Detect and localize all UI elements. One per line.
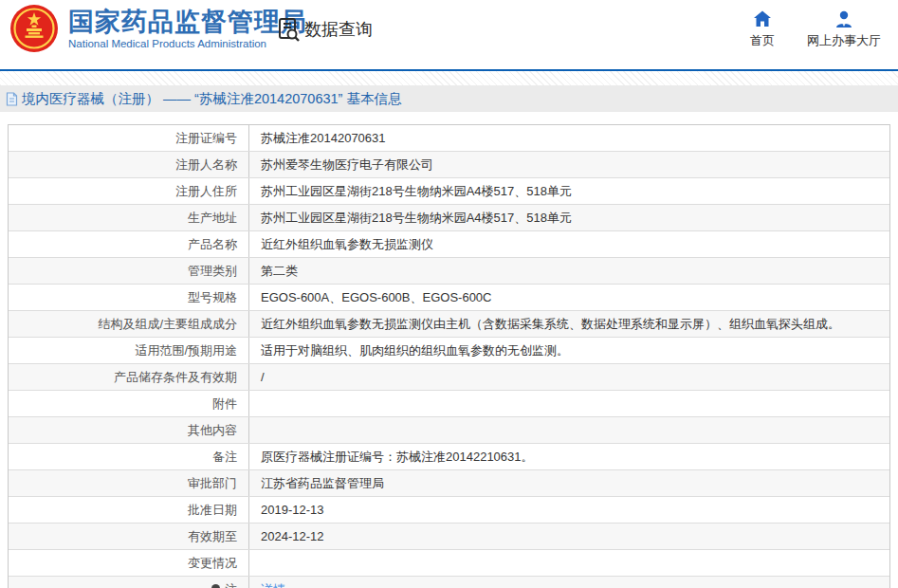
table-row: 管理类别第二类: [9, 258, 889, 285]
site-header: 国家药品监督管理局 National Medical Products Admi…: [0, 0, 898, 69]
nav-item-service-hall[interactable]: 网上办事大厅: [807, 9, 881, 49]
national-emblem-icon: [9, 4, 59, 53]
table-row: 变更情况: [9, 550, 889, 577]
row-label: 产品储存条件及有效期: [9, 364, 249, 390]
row-value: 近红外组织血氧参数无损监测仪由主机（含数据采集系统、数据处理系统和显示屏）、组织…: [249, 311, 889, 337]
row-value: 原医疗器械注册证编号：苏械注准20142210631。: [249, 444, 889, 469]
pin-icon: [210, 582, 222, 588]
data-query-section[interactable]: 数据查询: [278, 17, 373, 42]
table-row: 产品储存条件及有效期/: [9, 364, 889, 391]
nav-item-label: 首页: [750, 32, 775, 49]
table-row: 其他内容: [9, 417, 889, 444]
row-label: 适用范围/预期用途: [9, 338, 249, 363]
row-label: 注册证编号: [9, 125, 249, 151]
table-row: 生产地址苏州工业园区星湖街218号生物纳米园A4楼517、518单元: [9, 205, 889, 231]
row-value: 详情: [249, 577, 889, 588]
row-label: 变更情况: [9, 550, 249, 576]
row-value: 近红外组织血氧参数无损监测仪: [249, 231, 889, 257]
row-value: 2019-12-13: [249, 497, 889, 523]
nav-item-label: 网上办事大厅: [807, 32, 881, 49]
page-doc-icon: [6, 92, 18, 106]
row-label: 生产地址: [9, 205, 249, 230]
table-row: 结构及组成/主要组成成分近红外组织血氧参数无损监测仪由主机（含数据采集系统、数据…: [9, 311, 889, 338]
row-value: EGOS-600A、EGOS-600B、EGOS-600C: [249, 285, 889, 310]
detail-link[interactable]: 详情: [261, 582, 285, 588]
row-value: [249, 417, 889, 443]
row-label: 型号规格: [9, 285, 249, 310]
row-label: 附件: [9, 391, 249, 416]
info-table: 注册证编号苏械注准20142070631注册人名称苏州爱琴生物医疗电子有限公司注…: [8, 124, 890, 588]
row-label: 产品名称: [9, 231, 249, 257]
home-icon: [753, 9, 772, 28]
table-row: 注详情: [9, 577, 889, 588]
row-value: 江苏省药品监督管理局: [249, 470, 889, 496]
row-label: 备注: [9, 444, 249, 469]
row-label: 注册人住所: [9, 178, 249, 204]
row-label: 批准日期: [9, 497, 249, 523]
table-row: 审批部门江苏省药品监督管理局: [9, 470, 889, 497]
table-row: 注册人住所苏州工业园区星湖街218号生物纳米园A4楼517、518单元: [9, 178, 889, 205]
table-row: 批准日期2019-12-13: [9, 497, 889, 524]
row-label: 结构及组成/主要组成成分: [9, 311, 249, 337]
row-value: 第二类: [249, 258, 889, 284]
page-title: 境内医疗器械（注册） —— “苏械注准20142070631” 基本信息: [22, 90, 401, 108]
row-label: 管理类别: [9, 258, 249, 284]
top-nav: 首页 网上办事大厅: [750, 9, 881, 49]
table-row: 备注原医疗器械注册证编号：苏械注准20142210631。: [9, 444, 889, 470]
document-search-icon: [278, 17, 301, 42]
row-label: 其他内容: [9, 417, 249, 443]
table-row: 附件: [9, 391, 889, 417]
row-value: [249, 391, 889, 416]
spacer: [0, 112, 898, 124]
row-value: 2024-12-12: [249, 524, 889, 549]
table-row: 适用范围/预期用途适用于对脑组织、肌肉组织的组织血氧参数的无创监测。: [9, 338, 889, 364]
user-icon: [834, 9, 853, 28]
row-value: 适用于对脑组织、肌肉组织的组织血氧参数的无创监测。: [249, 338, 889, 363]
table-row: 型号规格EGOS-600A、EGOS-600B、EGOS-600C: [9, 285, 889, 311]
row-value: 苏械注准20142070631: [249, 125, 889, 151]
row-value: 苏州爱琴生物医疗电子有限公司: [249, 152, 889, 177]
nav-item-home[interactable]: 首页: [750, 9, 775, 49]
brand-text: 国家药品监督管理局 National Medical Products Admi…: [68, 8, 307, 49]
row-label: 有效期至: [9, 524, 249, 549]
row-value: /: [249, 364, 889, 390]
org-name-cn: 国家药品监督管理局: [68, 8, 307, 36]
row-value: 苏州工业园区星湖街218号生物纳米园A4楼517、518单元: [249, 205, 889, 230]
row-value: [249, 550, 889, 576]
hatch-band: [0, 71, 898, 85]
org-name-en: National Medical Products Administration: [68, 38, 307, 49]
brand[interactable]: 国家药品监督管理局 National Medical Products Admi…: [9, 4, 307, 53]
row-label: 注: [9, 577, 249, 588]
title-band: 境内医疗器械（注册） —— “苏械注准20142070631” 基本信息: [0, 85, 898, 112]
table-row: 注册证编号苏械注准20142070631: [9, 125, 889, 152]
table-row: 产品名称近红外组织血氧参数无损监测仪: [9, 231, 889, 258]
row-label: 审批部门: [9, 470, 249, 496]
data-query-label: 数据查询: [304, 18, 373, 41]
table-row: 注册人名称苏州爱琴生物医疗电子有限公司: [9, 152, 889, 178]
table-row: 有效期至2024-12-12: [9, 524, 889, 550]
row-value: 苏州工业园区星湖街218号生物纳米园A4楼517、518单元: [249, 178, 889, 204]
row-label: 注册人名称: [9, 152, 249, 177]
